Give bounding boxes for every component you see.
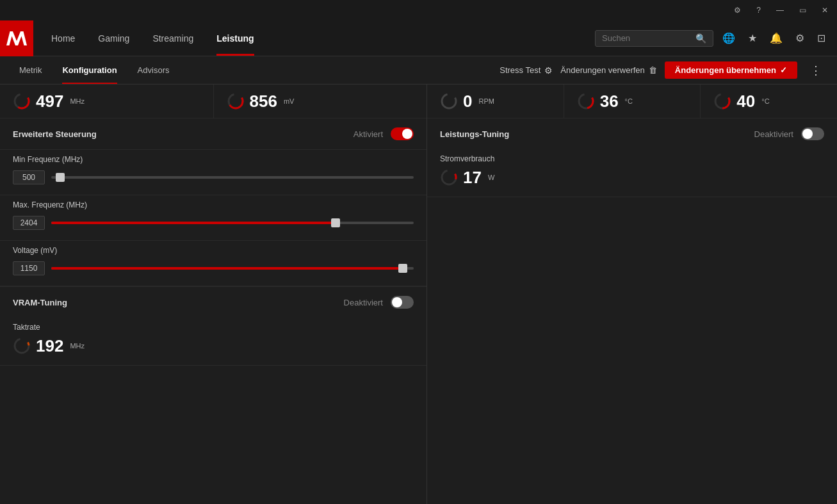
max-frequenz-section: Max. Frequenz (MHz) 2404 — [0, 195, 427, 241]
max-frequenz-thumb[interactable] — [331, 218, 340, 227]
globe-icon[interactable]: 🌐 — [719, 28, 739, 48]
nav-item-gaming[interactable]: Gaming — [88, 20, 140, 56]
voltage-track[interactable] — [51, 267, 414, 270]
voltage-fill — [51, 267, 403, 270]
min-frequenz-slider-section: Min Frequenz (MHz) 500 — [0, 150, 427, 195]
apply-button[interactable]: Änderungen übernehmen ✓ — [665, 61, 797, 79]
stress-test-button[interactable]: Stress Test ⚙ — [500, 65, 553, 76]
vram-header: VRAM-Tuning Deaktiviert — [0, 287, 427, 318]
minimize-button[interactable]: — — [772, 3, 788, 17]
metric-unit-rpm: RPM — [478, 97, 494, 105]
subnav-konfiguration[interactable]: Konfiguration — [53, 56, 126, 84]
min-frequenz-thumb[interactable] — [56, 173, 65, 182]
min-frequenz-value[interactable]: 500 — [13, 170, 45, 184]
gauge-icon-mhz — [13, 92, 31, 110]
voltage-value[interactable]: 1150 — [13, 261, 45, 275]
max-frequenz-slider-section: Max. Frequenz (MHz) 2404 — [0, 195, 427, 240]
taktrate-gauge-icon — [13, 337, 31, 355]
max-frequenz-value[interactable]: 2404 — [13, 216, 45, 230]
titlebar-question-icon[interactable]: ? — [752, 3, 765, 17]
min-frequenz-section: Min Frequenz (MHz) 500 — [0, 150, 427, 195]
taktrate-label: Taktrate — [13, 323, 414, 332]
content-area: 497 MHz 856 mV Erweiterte Steuerung Akti… — [0, 85, 837, 504]
metric-unit-temp1: °C — [625, 97, 633, 105]
erweiterte-steuerung-toggle[interactable] — [391, 127, 414, 140]
notification-icon[interactable]: 🔔 — [766, 28, 786, 48]
taktrate-value-row: 192 MHz — [13, 337, 414, 355]
stress-test-label: Stress Test — [500, 65, 540, 75]
voltage-thumb[interactable] — [398, 264, 407, 273]
taktrate-value: 192 — [36, 337, 63, 354]
gauge-icon-rpm — [440, 92, 458, 110]
leistungs-tuning-toggle[interactable] — [801, 127, 824, 140]
subnav-metrik[interactable]: Metrik — [10, 56, 51, 84]
maximize-button[interactable]: ▭ — [795, 3, 810, 17]
stromverbrauch-section: Stromverbrauch 17 W — [427, 149, 837, 197]
bookmark-icon[interactable]: ★ — [744, 28, 761, 48]
max-frequenz-track[interactable] — [51, 222, 414, 224]
left-panel: 497 MHz 856 mV Erweiterte Steuerung Akti… — [0, 85, 427, 504]
metric-cell-rpm: 0 RPM — [427, 85, 564, 118]
close-button[interactable]: ✕ — [818, 3, 832, 17]
profile-icon[interactable]: ⊡ — [813, 28, 829, 48]
titlebar-settings-icon[interactable]: ⚙ — [730, 3, 745, 17]
voltage-slider-section: Voltage (mV) 1150 — [0, 241, 427, 286]
sub-nav-actions: Stress Test ⚙ Änderungen verwerfen 🗑 Änd… — [500, 61, 827, 80]
settings-icon[interactable]: ⚙ — [792, 28, 808, 48]
erweiterte-steuerung-header: Erweiterte Steuerung Aktiviert — [0, 118, 427, 149]
leistungs-tuning-status: Deaktiviert — [754, 129, 793, 139]
search-input[interactable] — [602, 33, 692, 43]
nav-items: Home Gaming Streaming Leistung — [33, 20, 595, 56]
min-frequenz-track[interactable] — [51, 176, 414, 179]
taktrate-unit: MHz — [70, 342, 85, 350]
erweiterte-steuerung-title: Erweiterte Steuerung — [13, 129, 97, 139]
subnav-advisors[interactable]: Advisors — [129, 56, 179, 84]
stromverbrauch-value-row: 17 W — [440, 168, 824, 186]
more-options-icon[interactable]: ⋮ — [805, 61, 827, 80]
metric-cell-temp1: 36 °C — [564, 85, 701, 118]
stromverbrauch-gauge-icon — [440, 168, 458, 186]
search-icon: 🔍 — [695, 33, 706, 44]
vram-tuning-section: VRAM-Tuning Deaktiviert Taktrate 192 MHz — [0, 286, 427, 366]
amd-logo — [0, 20, 33, 56]
voltage-track-container — [51, 262, 414, 275]
right-metrics-row: 0 RPM 36 °C — [427, 85, 837, 118]
stromverbrauch-label: Stromverbrauch — [440, 154, 824, 163]
discard-button[interactable]: Änderungen verwerfen 🗑 — [560, 65, 657, 75]
taktrate-section: Taktrate 192 MHz — [0, 318, 427, 365]
voltage-section: Voltage (mV) 1150 — [0, 241, 427, 286]
max-frequenz-track-container — [51, 216, 414, 229]
leistungs-tuning-section: Leistungs-Tuning Deaktiviert Stromverbra… — [427, 118, 837, 197]
gauge-icon-temp2 — [713, 92, 731, 110]
voltage-label: Voltage (mV) — [13, 246, 414, 255]
metric-unit-temp2: °C — [761, 97, 769, 105]
check-icon: ✓ — [780, 65, 787, 75]
sub-nav: Metrik Konfiguration Advisors Stress Tes… — [0, 56, 837, 85]
metric-value-temp1: 36 — [600, 93, 619, 110]
leistungs-tuning-header: Leistungs-Tuning Deaktiviert — [427, 118, 837, 149]
metric-cell-mhz: 497 MHz — [0, 85, 214, 118]
metric-cell-mv: 856 mV — [214, 85, 427, 118]
vram-toggle[interactable] — [391, 296, 414, 309]
min-frequenz-track-container — [51, 171, 414, 184]
svg-point-6 — [442, 94, 456, 108]
nav-search: 🔍 — [595, 30, 713, 47]
metric-unit-mhz: MHz — [70, 97, 85, 105]
leistungs-tuning-title: Leistungs-Tuning — [440, 129, 509, 139]
left-metrics-row: 497 MHz 856 mV — [0, 85, 427, 118]
metric-value-temp2: 40 — [736, 93, 755, 110]
nav-item-leistung[interactable]: Leistung — [206, 20, 264, 56]
right-panel: 0 RPM 36 °C — [427, 85, 837, 504]
vram-title: VRAM-Tuning — [13, 298, 67, 307]
erweiterte-steuerung-status: Aktiviert — [353, 129, 383, 139]
nav-item-home[interactable]: Home — [41, 20, 85, 56]
nav-item-streaming[interactable]: Streaming — [142, 20, 204, 56]
svg-point-4 — [15, 339, 29, 353]
stromverbrauch-unit: W — [488, 174, 494, 181]
min-frequenz-row: 500 — [13, 170, 414, 184]
max-frequenz-row: 2404 — [13, 216, 414, 230]
metric-cell-temp2: 40 °C — [701, 85, 837, 118]
metric-value-mhz: 497 — [36, 93, 63, 110]
stromverbrauch-value: 17 — [463, 169, 482, 186]
nav-bar: Home Gaming Streaming Leistung 🔍 🌐 ★ 🔔 ⚙… — [0, 20, 837, 56]
